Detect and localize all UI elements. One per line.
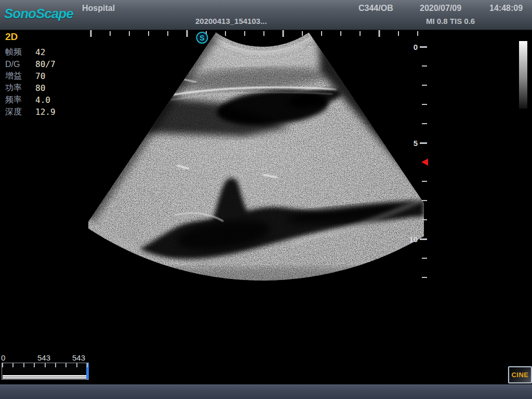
cine-progress-bar [3, 375, 86, 379]
cine-tick [34, 363, 35, 367]
grayscale-bar [519, 41, 527, 109]
b-mode-fan [78, 19, 457, 294]
cine-button[interactable]: CINE [508, 366, 532, 383]
cine-tick [23, 363, 24, 367]
depth-label-5: 5 [414, 139, 418, 148]
ultrasound-screen: SonoScape Hospital 20200413_154103... C3… [0, 0, 532, 399]
cine-tick [55, 363, 56, 367]
depth-label-10: 10 [409, 235, 418, 244]
cine-tick [2, 363, 3, 367]
cine-tick [76, 363, 77, 367]
top-ruler [90, 30, 419, 37]
cine-track[interactable] [2, 363, 89, 380]
taskbar [0, 384, 532, 399]
ultrasound-image: S 0 5 10 [0, 0, 532, 384]
cine-start-label: 0 [1, 353, 5, 362]
orientation-marker-label: S [200, 34, 204, 42]
cine-tick [87, 363, 88, 367]
cine-scrubber: 0 543 543 [0, 352, 96, 383]
cine-button-label: CINE [511, 371, 528, 379]
cine-current-frame: 543 [37, 353, 50, 362]
orientation-marker: S [197, 32, 208, 43]
cine-tick [65, 363, 66, 367]
depth-label-0: 0 [414, 43, 418, 51]
cine-tick [12, 363, 14, 367]
cine-tick [45, 363, 46, 367]
focus-marker[interactable] [421, 158, 428, 166]
cine-total-frames: 543 [72, 353, 85, 362]
